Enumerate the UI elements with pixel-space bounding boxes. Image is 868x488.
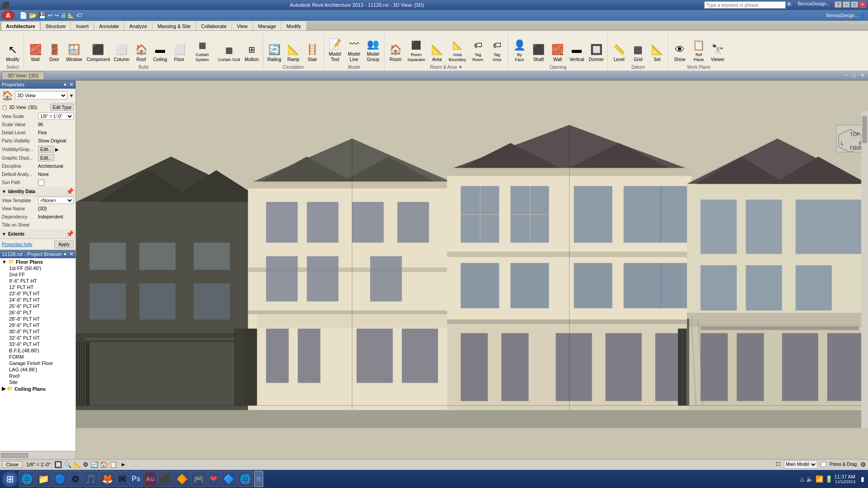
taskbar-app5-btn[interactable]: 🔷 (221, 471, 237, 487)
tag-btn[interactable]: 🏷 (76, 12, 82, 19)
browser-item-form[interactable]: FORM (0, 354, 76, 360)
apply-button[interactable]: Apply (54, 241, 74, 248)
sun-path-checkbox[interactable] (38, 180, 44, 186)
curtain-grid-button[interactable]: ▦ Curtain Grid (216, 42, 242, 64)
tag-room-button[interactable]: 🏷 TagRoom (469, 37, 487, 64)
column-button[interactable]: ⬜ Column (112, 41, 131, 64)
viewport[interactable]: TOP L R FRONT (76, 81, 868, 459)
tray-icon2[interactable]: 🔈 (806, 475, 814, 483)
project-browser-header[interactable]: 11126.rvt - Project Browser ▲ ✕ (0, 250, 76, 258)
viewer-button[interactable]: 🔭 Viewer (709, 41, 727, 64)
taskbar-explorer-btn[interactable]: 📁 (36, 471, 52, 487)
taskbar-revit-active-btn[interactable]: R (254, 471, 263, 487)
taskbar-app1-btn[interactable]: ⬛ (157, 471, 173, 487)
measure-btn[interactable]: 📐 (67, 12, 75, 19)
model-group-button[interactable]: 👥 ModelGroup (364, 36, 382, 64)
tab-annotate[interactable]: Annotate (94, 21, 124, 30)
close-btn[interactable]: ✕ (859, 1, 866, 8)
door-button[interactable]: 🚪 Door (45, 41, 63, 64)
area-button[interactable]: 📐 Area (428, 41, 446, 64)
taskbar-ie-btn[interactable]: 🌐 (19, 471, 35, 487)
vis-grap-edit-btn[interactable]: Edit... (38, 146, 54, 153)
taskbar-firefox-btn[interactable]: 🦊 (100, 471, 115, 487)
tab-analyze[interactable]: Analyze (124, 21, 152, 30)
by-face-button[interactable]: 👤 ByFace (511, 37, 529, 64)
type-selector[interactable]: 3D View (15, 91, 67, 99)
viewport-scrollbar-thumb[interactable] (862, 116, 867, 143)
account-icon[interactable]: 👤 (859, 12, 866, 19)
ramp-button[interactable]: 📐 Ramp (285, 41, 303, 64)
ribbon-search-input[interactable] (704, 1, 786, 9)
ceiling-button[interactable]: ▬ Ceiling (151, 41, 169, 64)
open-btn[interactable]: 📂 (28, 12, 37, 19)
taskbar-autocad-btn[interactable]: Au (144, 471, 157, 487)
dormer-button[interactable]: 🔲 Dormer (587, 41, 605, 64)
browser-scroll-thumb[interactable] (1, 453, 28, 458)
browser-item-9-6[interactable]: 9'-6" PLT HT (0, 278, 76, 284)
view-maximize-btn[interactable]: □ (851, 72, 858, 78)
browser-item-bfe[interactable]: B.F.E.(48.80') (0, 347, 76, 354)
scale-icon2[interactable]: 🔍 (64, 461, 71, 468)
vis-grap-toggle[interactable]: ▶ (55, 147, 59, 152)
window-controls[interactable]: 🔍 BerriosDesign... ? ─ □ ✕ (704, 1, 866, 9)
tag-area-button[interactable]: 🏷 TagArea (488, 37, 506, 64)
identity-data-section[interactable]: ▼ Identity Data 📌 (0, 187, 76, 196)
room-button[interactable]: 🏠 Room (387, 41, 405, 64)
taskbar-app3-btn[interactable]: 🎮 (191, 471, 207, 487)
properties-close-btn[interactable]: ✕ (69, 81, 74, 88)
browser-item-lag[interactable]: LAG (44.86') (0, 366, 76, 373)
tab-massing[interactable]: Massing & Site (152, 21, 195, 30)
help-btn[interactable]: ? (835, 1, 842, 8)
taskbar-email-btn[interactable]: ✉ (116, 471, 128, 487)
browser-item-site[interactable]: Site (0, 379, 76, 385)
taskbar-app4-btn[interactable]: ❤ (208, 471, 220, 487)
stair-button[interactable]: 🪜 Stair (304, 41, 322, 64)
browser-item-33-6[interactable]: 33'-6" PLT HT (0, 341, 76, 347)
browser-item-26-6[interactable]: 26'-6" PLT (0, 309, 76, 316)
vertical-button[interactable]: ▬ Vertical (568, 41, 586, 64)
browser-item-1st-ff[interactable]: 1st FF (50.40') (0, 265, 76, 271)
model-line-button[interactable]: 〰 ModelLine (345, 36, 363, 64)
search-icon[interactable]: 🔍 (787, 2, 793, 8)
wall-button[interactable]: 🧱 Wall (26, 41, 44, 64)
taskbar-app6-btn[interactable]: 🌐 (237, 471, 253, 487)
save-btn[interactable]: 💾 (38, 12, 47, 19)
extents-section[interactable]: ▼ Extents 📌 (0, 229, 76, 239)
tray-icon1[interactable]: △ (800, 476, 804, 482)
roof-button[interactable]: 🏠 Roof (132, 41, 150, 64)
close-button[interactable]: Close (2, 461, 23, 468)
tab-collaborate[interactable]: Collaborate (196, 21, 232, 30)
window-button[interactable]: 🪟 Window (64, 41, 84, 64)
scale-icon1[interactable]: 🔲 (54, 461, 62, 468)
model-text-button[interactable]: 📝 ModelText (326, 36, 344, 64)
start-button[interactable]: ⊞ (2, 471, 18, 487)
curtain-system-button[interactable]: ▦ Curtain System (189, 37, 215, 64)
browser-item-32-6[interactable]: 32'-6" PLT HT (0, 335, 76, 341)
building-scene[interactable]: TOP L R FRONT (76, 81, 868, 459)
browser-item-25-6[interactable]: 25'-6" PLT HT (0, 303, 76, 309)
taskbar-music-btn[interactable]: 🎵 (83, 471, 99, 487)
browser-expand-icon[interactable]: ▲ (63, 251, 67, 257)
area-boundary-button[interactable]: 📐 AreaBoundary (447, 37, 468, 64)
active-model-select[interactable]: Main Model (784, 460, 817, 469)
browser-item-24-6[interactable]: 24'-6" PLT HT (0, 297, 76, 303)
taskbar-chrome-btn[interactable]: 🔵 (52, 471, 68, 487)
browser-item-28-6[interactable]: 28'-6" PLT HT (0, 316, 76, 322)
ceiling-plans-folder[interactable]: ▶ 📁 Ceiling Plans (0, 385, 76, 392)
tray-icon4[interactable]: 🔋 (825, 475, 833, 483)
redo-btn[interactable]: ↪ (54, 12, 59, 19)
show-desktop-btn[interactable]: ▮ (861, 475, 864, 483)
room-separator-button[interactable]: ⬛ RoomSeparator (406, 37, 427, 64)
scale-icon6[interactable]: 🏠 (100, 461, 108, 468)
set-button[interactable]: 📐 Set (648, 41, 666, 64)
view-minimize-btn[interactable]: ─ (843, 72, 850, 78)
maximize-btn[interactable]: □ (851, 1, 858, 8)
view-template-select[interactable]: <None> (38, 197, 74, 204)
browser-item-garage[interactable]: Garage Finish Floor (0, 360, 76, 366)
tray-icon3[interactable]: 📶 (816, 475, 823, 483)
project-browser-close-btn[interactable]: ✕ (69, 251, 74, 257)
railing-button[interactable]: 🔄 Railing (266, 41, 284, 64)
level-button[interactable]: 📏 Level (610, 41, 628, 64)
component-button[interactable]: ⬛ Component (85, 41, 111, 64)
browser-item-roof[interactable]: Roof (0, 373, 76, 379)
